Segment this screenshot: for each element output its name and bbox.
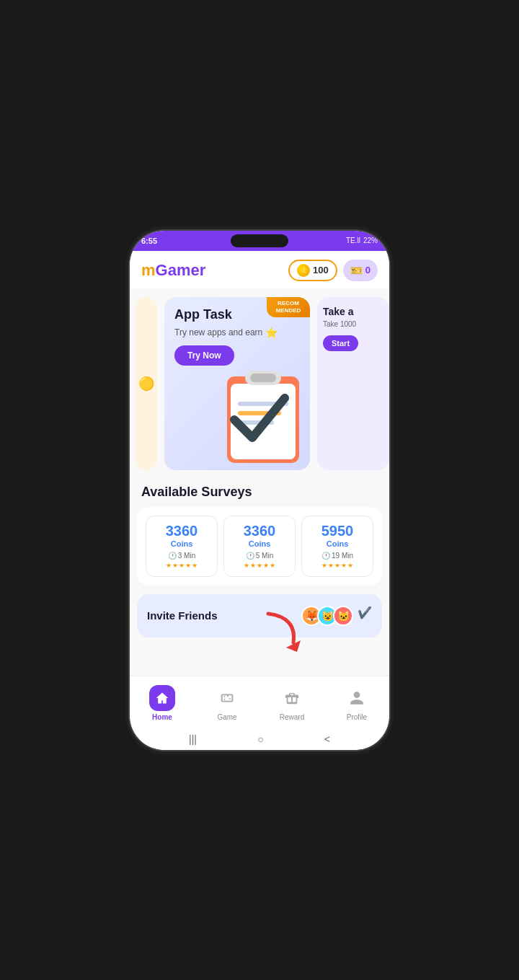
clock-icon-2: 🕐: [246, 552, 254, 560]
status-time: 6:55: [141, 237, 157, 245]
survey-card-1[interactable]: 3360 Coins 🕐 3 Min ★★★★★: [146, 516, 218, 577]
survey-card-2[interactable]: 3360 Coins 🕐 5 Min ★★★★★: [223, 516, 296, 577]
gesture-back: <: [324, 733, 330, 745]
survey-2-stars: ★★★★★: [244, 562, 276, 569]
home-icon: [155, 691, 169, 705]
card-left-stub: 🟡: [136, 297, 157, 470]
survey-3-stars: ★★★★★: [321, 562, 354, 569]
reward-icon: [284, 690, 300, 706]
invite-section[interactable]: Invite Friends 🦊 😺 🐱 ✔️: [137, 594, 382, 637]
subtitle-star: ⭐: [265, 327, 278, 338]
clock-icon-3: 🕐: [321, 552, 330, 560]
tickets-value: 0: [365, 265, 371, 275]
nav-item-game[interactable]: Game: [205, 682, 249, 724]
survey-2-label: Coins: [249, 540, 271, 548]
stub-icon: 🟡: [138, 376, 154, 392]
clock-icon-1: 🕐: [168, 552, 177, 560]
header: mGamer ⭐ 100 🎫 0: [130, 251, 389, 288]
home-icon-wrap: [149, 685, 175, 711]
card-illustration: [205, 355, 310, 470]
nav-item-reward[interactable]: Reward: [270, 682, 314, 724]
header-badges: ⭐ 100 🎫 0: [288, 260, 378, 281]
logo-gamer: Gamer: [156, 261, 206, 279]
nav-item-home[interactable]: Home: [141, 682, 184, 724]
card-right-title: Take a: [323, 306, 354, 317]
coins-badge[interactable]: ⭐ 100: [288, 260, 337, 281]
survey-1-label: Coins: [171, 540, 193, 548]
avatar-3: 🐱: [333, 606, 353, 626]
ticket-icon: 🎫: [350, 265, 363, 276]
bottom-nav: Home Game Reward: [130, 676, 389, 728]
game-icon: [219, 690, 235, 706]
tickets-badge[interactable]: 🎫 0: [343, 260, 378, 281]
survey-3-coins: 5950: [321, 524, 354, 538]
notch: [231, 234, 288, 247]
gesture-bar: ||| ○ <: [130, 728, 389, 750]
game-icon-wrap: [214, 685, 240, 711]
reward-icon-wrap: [279, 685, 305, 711]
status-right: TE.ll 22%: [346, 237, 378, 244]
survey-3-label: Coins: [327, 540, 349, 548]
invite-avatars: 🦊 😺 🐱 ✔️: [306, 606, 372, 626]
recommended-badge: RECOMMENDED: [267, 297, 310, 318]
survey-1-coins: 3360: [166, 524, 198, 538]
survey-2-time: 🕐 5 Min: [246, 552, 273, 560]
survey-1-time: 🕐 3 Min: [168, 552, 195, 560]
profile-label: Profile: [347, 713, 367, 721]
reward-label: Reward: [280, 713, 304, 721]
status-bar: 6:55 TE.ll 22%: [130, 231, 389, 251]
nav-item-profile[interactable]: Profile: [335, 682, 378, 724]
home-label: Home: [152, 713, 172, 721]
card-subtitle: Try new apps and earn ⭐: [174, 327, 300, 338]
svg-marker-7: [286, 640, 301, 652]
take-a-card[interactable]: Take a Take 1000 Start: [317, 297, 389, 470]
card-right-sub: Take 1000: [323, 320, 356, 328]
app-content: mGamer ⭐ 100 🎫 0 🟡: [130, 251, 389, 676]
game-label: Game: [217, 713, 236, 721]
surveys-container: 3360 Coins 🕐 3 Min ★★★★★ 3360 Coins 🕐 5 …: [137, 507, 382, 586]
survey-3-time: 🕐 19 Min: [321, 552, 353, 560]
battery-indicator: 22%: [363, 237, 378, 244]
survey-card-3[interactable]: 5950 Coins 🕐 19 Min ★★★★★: [301, 516, 373, 577]
gesture-menu: |||: [189, 733, 197, 745]
svg-rect-3: [250, 374, 276, 382]
surveys-section-title: Available Surveys: [130, 479, 389, 507]
phone-screen: 6:55 TE.ll 22% mGamer ⭐ 100: [130, 231, 389, 750]
invite-title: Invite Friends: [147, 609, 218, 622]
profile-icon-wrap: [344, 685, 370, 711]
signal-icon: TE.ll: [346, 237, 360, 244]
start-button[interactable]: Start: [323, 335, 358, 351]
app-logo: mGamer: [141, 261, 205, 280]
coin-icon: ⭐: [297, 264, 310, 277]
survey-2-coins: 3360: [244, 524, 276, 538]
app-task-card[interactable]: RECOMMENDED App Task Try new apps and ea…: [164, 297, 310, 470]
phone-frame: 6:55 TE.ll 22% mGamer ⭐ 100: [130, 231, 389, 750]
survey-1-stars: ★★★★★: [166, 562, 198, 569]
profile-icon: [349, 690, 365, 706]
coins-value: 100: [313, 265, 329, 275]
gesture-home: ○: [257, 733, 263, 745]
cards-section: 🟡 RECOMMENDED App Task Try new apps and …: [130, 288, 389, 479]
logo-m: m: [141, 261, 156, 279]
check-icon: ✔️: [358, 606, 372, 626]
